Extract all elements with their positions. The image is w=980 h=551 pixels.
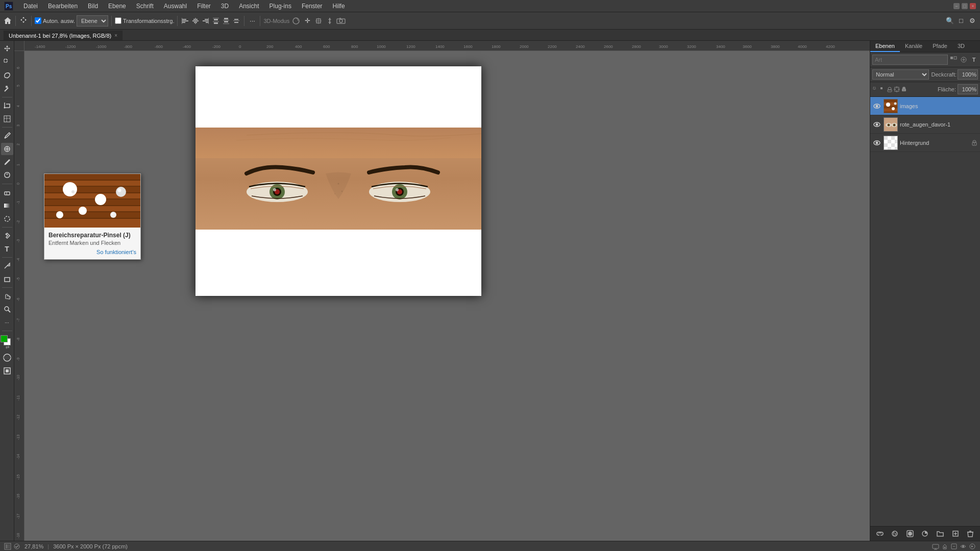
distribute-top-icon[interactable] bbox=[211, 16, 220, 26]
menu-fenster[interactable]: Fenster bbox=[300, 2, 325, 11]
more-tools[interactable]: ··· bbox=[1, 316, 13, 329]
layer-filter-pixel-icon[interactable] bbox=[949, 55, 958, 64]
canvas-wrapper: -1400 -1200 -1000 -800 -600 -400 -200 0 … bbox=[14, 41, 870, 541]
lock-all-icon[interactable] bbox=[901, 86, 907, 92]
menu-ebene[interactable]: Ebene bbox=[106, 2, 128, 11]
move-tool[interactable] bbox=[1, 43, 13, 55]
layer-bg-visibility[interactable] bbox=[872, 138, 881, 147]
color-swatches[interactable]: ⇄ bbox=[1, 335, 14, 348]
crop-tool[interactable] bbox=[1, 99, 13, 112]
3d-slidev-icon[interactable] bbox=[325, 16, 334, 26]
fill-input[interactable] bbox=[958, 84, 978, 94]
menu-3d[interactable]: 3D bbox=[219, 2, 231, 11]
tooltip-title: Bereichsreparatur-Pinsel (J) bbox=[48, 232, 136, 239]
menu-bild[interactable]: Bild bbox=[86, 2, 100, 11]
layer-filter-type-icon[interactable]: T bbox=[969, 55, 978, 64]
pen-tool[interactable] bbox=[1, 230, 13, 242]
layer-filter-adj-icon[interactable] bbox=[959, 55, 968, 64]
svg-rect-215 bbox=[933, 544, 939, 548]
align-center-icon[interactable] bbox=[191, 16, 200, 26]
3d-camera-icon[interactable] bbox=[336, 16, 346, 26]
select-tool[interactable] bbox=[1, 56, 13, 68]
more-options-icon[interactable]: ··· bbox=[248, 16, 257, 26]
add-layer-button[interactable] bbox=[950, 529, 961, 539]
quick-mask-tool[interactable] bbox=[1, 352, 13, 364]
lasso-tool[interactable] bbox=[1, 69, 13, 82]
layer-item-images[interactable]: images bbox=[870, 97, 980, 115]
menu-filter[interactable]: Filter bbox=[195, 2, 213, 11]
eyedropper-tool[interactable] bbox=[1, 130, 13, 142]
tab-close-button[interactable]: × bbox=[114, 33, 117, 38]
3d-scale-icon[interactable] bbox=[314, 16, 323, 26]
layer-search-input[interactable] bbox=[872, 55, 948, 65]
menu-schrift[interactable]: Schrift bbox=[134, 2, 156, 11]
menu-plugins[interactable]: Plug-ins bbox=[267, 2, 293, 11]
layer-images-visibility[interactable] bbox=[872, 102, 881, 111]
screen-mode-tool[interactable] bbox=[1, 365, 13, 377]
add-adjustment-button[interactable] bbox=[920, 529, 930, 539]
distribute-bottom-icon[interactable] bbox=[222, 16, 231, 26]
add-mask-button[interactable] bbox=[905, 529, 915, 539]
delete-layer-button[interactable] bbox=[965, 529, 975, 539]
type-tool[interactable]: T bbox=[1, 243, 13, 255]
tab-paths[interactable]: Pfade bbox=[927, 41, 952, 52]
add-style-button[interactable]: fx bbox=[890, 529, 900, 539]
menu-ansicht[interactable]: Ansicht bbox=[237, 2, 261, 11]
search-icon[interactable]: 🔍 bbox=[945, 16, 954, 26]
canvas-background[interactable]: Bereichsreparatur-Pinsel (J) Entfernt Ma… bbox=[24, 51, 870, 541]
tab-3d[interactable]: 3D bbox=[952, 41, 970, 52]
align-left-icon[interactable] bbox=[181, 16, 190, 26]
svg-rect-172 bbox=[884, 109, 898, 111]
menu-bearbeiten[interactable]: Bearbeiten bbox=[46, 2, 80, 11]
brush-tool[interactable] bbox=[1, 156, 13, 168]
settings-icon[interactable]: ⚙ bbox=[968, 16, 977, 26]
layer-item-background[interactable]: Hintergrund bbox=[870, 134, 980, 152]
3d-pan-icon[interactable]: ✛ bbox=[303, 16, 312, 26]
path-select-tool[interactable] bbox=[1, 260, 13, 272]
align-right-icon[interactable] bbox=[201, 16, 210, 26]
tab-channels[interactable]: Kanäle bbox=[900, 41, 927, 52]
tab-layers[interactable]: Ebenen bbox=[870, 41, 900, 52]
blend-mode-select[interactable]: Normal bbox=[872, 69, 929, 80]
home-icon[interactable] bbox=[3, 16, 12, 26]
svg-marker-31 bbox=[328, 22, 331, 24]
eraser-tool[interactable] bbox=[1, 186, 13, 198]
lock-transparent-icon[interactable] bbox=[872, 86, 878, 92]
view-icon[interactable]: □ bbox=[957, 16, 966, 26]
lock-artboard-icon[interactable] bbox=[894, 86, 900, 92]
3d-rotate-icon[interactable] bbox=[291, 16, 301, 26]
maximize-button[interactable]: □ bbox=[962, 3, 968, 9]
menu-datei[interactable]: Datei bbox=[21, 2, 40, 11]
healing-brush-tool[interactable] bbox=[1, 143, 13, 155]
minimize-button[interactable]: − bbox=[953, 3, 960, 9]
clone-stamp-tool[interactable] bbox=[1, 169, 13, 182]
document-tab[interactable]: Unbenannt-1 bei 27,8% (Images, RGB/8) × bbox=[3, 30, 123, 40]
svg-text:4000: 4000 bbox=[798, 44, 807, 49]
svg-rect-125 bbox=[44, 181, 140, 186]
autoselect-select[interactable]: Ebene bbox=[77, 15, 108, 27]
move-tool-icon[interactable] bbox=[19, 16, 28, 26]
gradient-tool[interactable] bbox=[1, 199, 13, 212]
add-group-button[interactable] bbox=[935, 529, 945, 539]
menu-auswahl[interactable]: Auswahl bbox=[162, 2, 189, 11]
autoselect-checkbox[interactable] bbox=[35, 17, 41, 24]
zoom-tool[interactable] bbox=[1, 303, 13, 315]
lock-position-icon[interactable] bbox=[887, 86, 893, 92]
wand-tool[interactable] bbox=[1, 83, 13, 95]
transform-checkbox[interactable] bbox=[115, 17, 121, 24]
layer-item-red-eyes[interactable]: rote_augen_davor-1 bbox=[870, 115, 980, 134]
lock-image-icon[interactable] bbox=[879, 86, 886, 92]
layer-redeyes-visibility[interactable] bbox=[872, 120, 881, 129]
hand-tool[interactable] bbox=[1, 290, 13, 302]
foreground-color[interactable] bbox=[1, 335, 8, 342]
close-button[interactable]: × bbox=[970, 3, 976, 9]
opacity-input[interactable] bbox=[958, 69, 978, 80]
tooltip-how-link[interactable]: So funktioniert's bbox=[96, 249, 136, 255]
distribute-vert-icon[interactable] bbox=[232, 16, 241, 26]
blur-tool[interactable] bbox=[1, 213, 13, 225]
svg-rect-128 bbox=[44, 199, 140, 206]
slice-tool[interactable] bbox=[1, 113, 13, 125]
shape-tool[interactable] bbox=[1, 273, 13, 285]
link-layers-button[interactable] bbox=[875, 529, 885, 539]
menu-hilfe[interactable]: Hilfe bbox=[331, 2, 347, 11]
